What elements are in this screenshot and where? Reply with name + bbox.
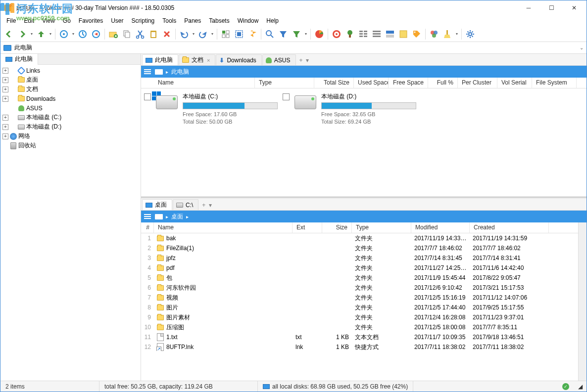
tree-item[interactable]: +本地磁盘 (D:): [0, 122, 141, 131]
close-button[interactable]: ✕: [563, 1, 586, 15]
scrollbar[interactable]: [578, 222, 587, 381]
menu-window[interactable]: Window: [234, 16, 263, 25]
menu-file[interactable]: File: [2, 16, 20, 25]
crumb-label[interactable]: 此电脑: [171, 68, 189, 76]
file-row[interactable]: 5 包 文件夹 2017/11/9 15:45:44 2017/8/22 9:0…: [141, 273, 578, 283]
expand-icon[interactable]: [2, 143, 8, 149]
minimize-button[interactable]: ─: [517, 1, 540, 15]
up-dropdown[interactable]: ▾: [48, 32, 53, 36]
expand-icon[interactable]: +: [2, 87, 8, 92]
address-bar[interactable]: 此电脑 ⌄: [0, 42, 587, 54]
expand-icon[interactable]: +: [2, 96, 8, 102]
menu-tools[interactable]: Tools: [158, 16, 180, 25]
expand-icon[interactable]: +: [2, 133, 8, 139]
delete-button[interactable]: [160, 28, 173, 41]
redo-button[interactable]: [196, 28, 209, 41]
file-row[interactable]: 9 图片素材 文件夹 2017/12/4 16:28:08 2017/11/23…: [141, 312, 578, 322]
tab[interactable]: C:\: [173, 199, 198, 210]
column-header[interactable]: Modified: [411, 222, 470, 233]
view-button[interactable]: [357, 28, 370, 41]
find-button[interactable]: [263, 28, 276, 41]
file-row[interactable]: 12 8UFTP.lnk lnk 1 KB 快捷方式 2017/7/11 18:…: [141, 342, 578, 352]
column-header[interactable]: Name: [154, 222, 293, 233]
checkbox[interactable]: [144, 93, 151, 100]
target-button[interactable]: [330, 28, 343, 41]
paste-button[interactable]: [147, 28, 160, 41]
new-tab-button[interactable]: + ▾: [199, 200, 215, 210]
maximize-button[interactable]: ☐: [540, 1, 563, 15]
tab[interactable]: 此电脑: [142, 54, 178, 65]
tree-item[interactable]: +本地磁盘 (C:): [0, 113, 141, 122]
tab[interactable]: ⬇Downloads: [216, 54, 261, 65]
drive-card[interactable]: 本地磁盘 (C:) Free Space: 17.60 GBTotal Size…: [144, 92, 278, 193]
menu-go[interactable]: Go: [59, 16, 75, 25]
hamburger-icon[interactable]: [143, 68, 152, 75]
column-header[interactable]: Name: [141, 78, 255, 88]
tree-item[interactable]: +文档: [0, 85, 141, 94]
column-header[interactable]: Per Cluster: [458, 78, 497, 88]
file-row[interactable]: 10 压缩图 文件夹 2017/12/5 18:00:08 2017/7/7 8…: [141, 322, 578, 332]
selectall-button[interactable]: [233, 28, 245, 41]
expand-icon[interactable]: [2, 105, 8, 111]
nav-dropdown[interactable]: ▾: [29, 32, 34, 36]
chart-button[interactable]: [313, 28, 326, 41]
column-header[interactable]: Vol Serial: [497, 78, 532, 88]
hamburger-icon[interactable]: [143, 213, 152, 220]
menu-user[interactable]: User: [107, 16, 127, 25]
expand-icon[interactable]: +: [2, 115, 8, 121]
tree-item[interactable]: +桌面: [0, 75, 141, 85]
file-row[interactable]: 2 FileZilla(1) 文件夹 2017/7/7 18:46:02 201…: [141, 243, 578, 253]
panes-button[interactable]: [384, 28, 396, 41]
tab[interactable]: 桌面: [142, 199, 172, 210]
menu-help[interactable]: Help: [262, 16, 283, 25]
color-button[interactable]: [428, 28, 440, 41]
tree-item[interactable]: +Links: [0, 66, 141, 75]
select-button[interactable]: [219, 28, 232, 41]
column-header[interactable]: Used Space: [354, 78, 389, 88]
recent-button[interactable]: [57, 28, 70, 41]
file-row[interactable]: 8 图片 文件夹 2017/12/5 17:44:40 2017/9/25 15…: [141, 303, 578, 312]
menu-favorites[interactable]: Favorites: [75, 16, 107, 25]
column-header[interactable]: Ext: [293, 222, 322, 233]
tree-tab[interactable]: 此电脑: [0, 54, 38, 65]
tree-button[interactable]: [343, 28, 356, 41]
column-header[interactable]: #: [141, 222, 154, 233]
column-header[interactable]: Full %: [428, 78, 458, 88]
expand-icon[interactable]: +: [2, 124, 8, 130]
tags-button[interactable]: [410, 28, 423, 41]
tree-item[interactable]: 回收站: [0, 141, 141, 150]
column-header[interactable]: Type: [255, 78, 314, 88]
drive-card[interactable]: 本地磁盘 (D:) Free Space: 32.65 GBTotal Size…: [283, 92, 416, 193]
filter-button[interactable]: [277, 28, 290, 41]
column-header[interactable]: Created: [470, 222, 549, 233]
file-row[interactable]: 11 1.txt txt 1 KB 文本文档 2017/11/7 10:09:3…: [141, 332, 578, 342]
file-row[interactable]: 7 视频 文件夹 2017/12/5 15:16:19 2017/11/12 1…: [141, 293, 578, 303]
file-row[interactable]: 6 河东软件园 文件夹 2017/12/6 9:10:42 2017/3/21 …: [141, 283, 578, 293]
crumb-label[interactable]: 桌面: [171, 213, 183, 221]
close-icon[interactable]: ×: [207, 57, 210, 63]
new-folder-button[interactable]: [107, 28, 120, 41]
chevron-down-icon[interactable]: ⌄: [580, 45, 584, 50]
tree-item[interactable]: ASUS: [0, 103, 141, 113]
preview-button[interactable]: [397, 28, 410, 41]
expand-icon[interactable]: +: [2, 68, 8, 74]
column-header[interactable]: Total Size: [314, 78, 354, 88]
pane2-breadcrumb[interactable]: ▸ 桌面 ▸: [141, 211, 587, 222]
resize-grip[interactable]: ◢: [574, 381, 587, 392]
tab[interactable]: 文档×: [179, 54, 215, 65]
favorites-button[interactable]: [246, 28, 259, 41]
goto-button[interactable]: [90, 28, 102, 41]
details-button[interactable]: [370, 28, 383, 41]
back-button[interactable]: [2, 28, 15, 41]
file-row[interactable]: 4 pdf 文件夹 2017/11/27 14:25:34 2017/11/6 …: [141, 263, 578, 273]
up-button[interactable]: [35, 28, 48, 41]
menu-tabsets[interactable]: Tabsets: [205, 16, 233, 25]
undo-button[interactable]: [178, 28, 191, 41]
title-bar[interactable]: 此电脑 - XYplorer ### 30-day Trial Version …: [0, 0, 587, 15]
tab[interactable]: ASUS: [262, 54, 296, 65]
clean-button[interactable]: [441, 28, 454, 41]
new-tab-button[interactable]: + ▾: [296, 55, 312, 65]
pane1-breadcrumb[interactable]: ▸ 此电脑: [141, 66, 587, 78]
column-header[interactable]: Type: [352, 222, 411, 233]
copy-button[interactable]: [120, 28, 133, 41]
